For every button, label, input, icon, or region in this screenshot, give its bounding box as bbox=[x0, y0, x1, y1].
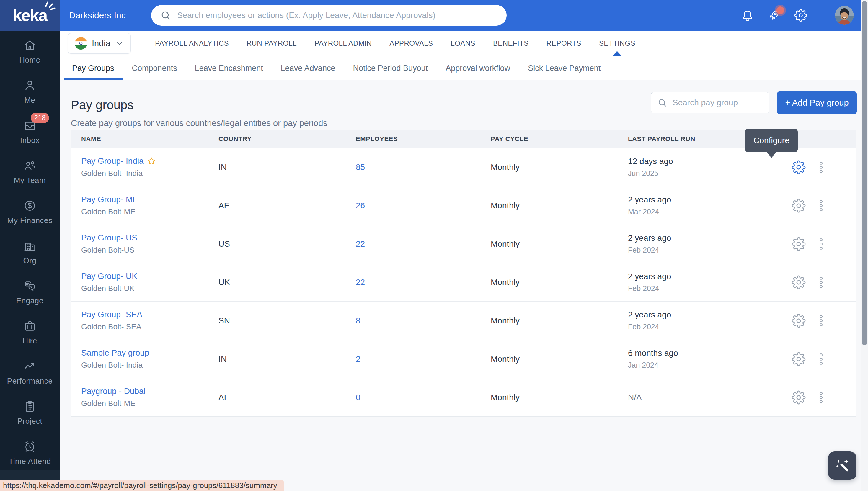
sidebar-item-performance[interactable]: Performance bbox=[0, 352, 60, 393]
row-menu-kebab-icon[interactable] bbox=[814, 199, 828, 213]
pay-group-name-link[interactable]: Pay Group- SEA bbox=[81, 310, 142, 319]
country-label: India bbox=[92, 39, 110, 49]
row-menu-kebab-icon[interactable] bbox=[814, 391, 828, 405]
sidebar-item-org[interactable]: Org bbox=[0, 232, 60, 272]
configure-gear-icon[interactable] bbox=[791, 314, 806, 328]
topbar-actions bbox=[741, 0, 854, 31]
add-pay-group-button[interactable]: + Add Pay group bbox=[777, 91, 857, 114]
nav-tab-approvals[interactable]: APPROVALS bbox=[381, 31, 442, 56]
star-icon[interactable] bbox=[147, 156, 156, 166]
pay-group-name-link[interactable]: Sample Pay group bbox=[81, 348, 149, 357]
sub-tab-notice-period-buyout[interactable]: Notice Period Buyout bbox=[344, 56, 437, 80]
sub-tab-leave-advance[interactable]: Leave Advance bbox=[272, 56, 344, 80]
last-payroll-run-date: Feb 2024 bbox=[628, 322, 762, 331]
row-menu-kebab-icon[interactable] bbox=[814, 237, 828, 251]
sidebar-item-my-team[interactable]: My Team bbox=[0, 152, 60, 192]
row-menu-kebab-icon[interactable] bbox=[814, 314, 828, 328]
sidebar-item-my-finances[interactable]: My Finances bbox=[0, 192, 60, 232]
configure-gear-icon[interactable] bbox=[791, 237, 806, 251]
country-code: AE bbox=[219, 393, 356, 402]
nav-tab-reports[interactable]: REPORTS bbox=[537, 31, 590, 56]
link-preview-url: https://thq.kekademo.com/#/payroll/payro… bbox=[0, 481, 277, 490]
sidebar-item-me[interactable]: Me bbox=[0, 71, 60, 112]
nav-tab-loans[interactable]: LOANS bbox=[442, 31, 484, 56]
column-header-name: NAME bbox=[71, 130, 219, 148]
sidebar-item-label: Org bbox=[23, 256, 37, 265]
scrollbar-thumb[interactable] bbox=[862, 1, 867, 345]
page-scrollbar bbox=[861, 0, 868, 491]
table-body: Pay Group- India Golden Bolt- India IN 8… bbox=[71, 148, 856, 416]
country-code: IN bbox=[219, 163, 356, 172]
row-menu-kebab-icon[interactable] bbox=[814, 275, 828, 289]
whats-new-rocket-icon[interactable] bbox=[767, 9, 781, 22]
employee-count-link[interactable]: 22 bbox=[356, 239, 491, 249]
employee-count-link[interactable]: 8 bbox=[356, 316, 491, 325]
settings-gear-icon[interactable] bbox=[794, 9, 807, 22]
sub-tab-pay-groups[interactable]: Pay Groups bbox=[63, 56, 123, 80]
pay-group-name-link[interactable]: Paygroup - Dubai bbox=[81, 386, 145, 396]
sidebar-item-label: Engage bbox=[16, 296, 44, 306]
employee-count-link[interactable]: 26 bbox=[356, 201, 491, 210]
sidebar-item-engage[interactable]: Engage bbox=[0, 272, 60, 312]
topbar-divider bbox=[821, 8, 821, 23]
nav-tab-payroll-admin[interactable]: PAYROLL ADMIN bbox=[306, 31, 381, 56]
table-row: Pay Group- ME Golden Bolt-ME AE 26 Month… bbox=[71, 186, 856, 225]
legal-entity-label: Golden Bolt- India bbox=[81, 360, 219, 370]
sidebar-item-inbox[interactable]: 218 Inbox bbox=[0, 112, 60, 152]
sidebar-item-label: Project bbox=[18, 417, 42, 426]
notifications-bell-icon[interactable] bbox=[741, 9, 754, 22]
row-menu-kebab-icon[interactable] bbox=[814, 160, 828, 174]
last-payroll-run-date: Feb 2024 bbox=[628, 284, 762, 293]
employee-count-link[interactable]: 2 bbox=[356, 354, 491, 364]
configure-gear-icon[interactable] bbox=[791, 199, 806, 213]
keka-logo[interactable]: keka bbox=[0, 0, 60, 31]
nav-tab-benefits[interactable]: BENEFITS bbox=[484, 31, 538, 56]
sub-tab-leave-encashment[interactable]: Leave Encashment bbox=[186, 56, 272, 80]
sidebar-item-label: Time Attend bbox=[8, 457, 51, 466]
sidebar-item-label: My Team bbox=[14, 176, 46, 185]
nav-tab-run-payroll[interactable]: RUN PAYROLL bbox=[238, 31, 306, 56]
country-code: AE bbox=[219, 201, 356, 210]
sidebar-item-hire[interactable]: Hire bbox=[0, 312, 60, 352]
employee-count-link[interactable]: 0 bbox=[356, 393, 491, 402]
magic-wand-fab[interactable] bbox=[828, 452, 857, 480]
sub-tab-approval-workflow[interactable]: Approval workflow bbox=[437, 56, 519, 80]
country-selector[interactable]: India bbox=[68, 33, 131, 54]
pay-cycle-value: Monthly bbox=[491, 201, 628, 210]
employee-count-link[interactable]: 22 bbox=[356, 278, 491, 287]
sidebar-item-label: Home bbox=[19, 55, 40, 65]
nav-tab-settings[interactable]: SETTINGS bbox=[590, 31, 644, 56]
pay-cycle-value: Monthly bbox=[491, 239, 628, 249]
sidebar-bottom-fade bbox=[0, 470, 60, 480]
configure-gear-icon[interactable] bbox=[791, 275, 806, 289]
sub-tab-sick-leave-payment[interactable]: Sick Leave Payment bbox=[519, 56, 609, 80]
pay-group-search[interactable] bbox=[651, 92, 769, 113]
sidebar-item-project[interactable]: Project bbox=[0, 393, 60, 433]
link-preview-statusbar: https://thq.kekademo.com/#/payroll/payro… bbox=[0, 480, 284, 491]
legal-entity-label: Golden Bolt- India bbox=[81, 169, 219, 178]
row-menu-kebab-icon[interactable] bbox=[814, 352, 828, 366]
pay-group-name-link[interactable]: Pay Group- India bbox=[81, 156, 144, 166]
country-code: SN bbox=[219, 316, 356, 325]
pay-group-search-input[interactable] bbox=[672, 98, 780, 108]
table-row: Sample Pay group Golden Bolt- India IN 2… bbox=[71, 340, 856, 378]
last-payroll-run-date: Jun 2025 bbox=[628, 169, 762, 178]
global-search-input[interactable] bbox=[176, 10, 498, 20]
pay-group-name-link[interactable]: Pay Group- US bbox=[81, 233, 137, 242]
configure-gear-icon[interactable] bbox=[791, 391, 806, 405]
pay-group-name-link[interactable]: Pay Group- UK bbox=[81, 271, 137, 281]
sub-tab-components[interactable]: Components bbox=[123, 56, 186, 80]
pay-cycle-value: Monthly bbox=[491, 163, 628, 172]
sidebar-item-home[interactable]: Home bbox=[0, 31, 60, 71]
last-payroll-run: N/A bbox=[628, 393, 762, 402]
nav-tab-payroll-analytics[interactable]: PAYROLL ANALYTICS bbox=[146, 31, 238, 56]
sidebar-item-time-attend[interactable]: Time Attend bbox=[0, 433, 60, 473]
column-header-pay-cycle: PAY CYCLE bbox=[491, 130, 628, 148]
pay-group-name-link[interactable]: Pay Group- ME bbox=[81, 195, 138, 204]
configure-gear-icon[interactable] bbox=[791, 352, 806, 366]
employee-count-link[interactable]: 85 bbox=[356, 163, 491, 172]
global-search[interactable] bbox=[151, 5, 507, 26]
pay-cycle-value: Monthly bbox=[491, 316, 628, 325]
user-avatar[interactable] bbox=[835, 6, 854, 25]
configure-gear-icon[interactable] bbox=[791, 160, 806, 174]
